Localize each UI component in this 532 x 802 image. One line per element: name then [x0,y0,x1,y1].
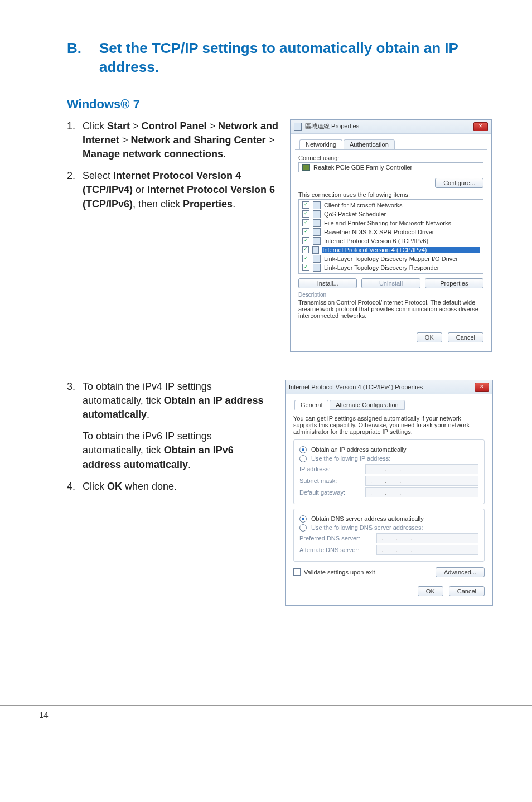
section-letter: B. [67,39,81,77]
checkbox-icon[interactable]: ✓ [302,264,309,271]
steps-col-1: 1. Click Start > Control Panel > Network… [67,119,279,219]
checkbox-icon[interactable]: ✓ [302,201,309,209]
radio-label: Obtain an IP address automatically [311,446,406,453]
step-body: To obtain the iPv4 IP settings automatic… [83,380,274,472]
list-item-selected: Internet Protocol Version 4 (TCP/IPv4) [322,247,480,253]
checkbox-icon[interactable]: ✓ [302,237,309,244]
list-item: Link-Layer Topology Discovery Mapper I/O… [324,255,458,262]
gateway-label: Default gateway: [299,489,361,496]
adns-field: . . . [376,545,478,555]
window-icon [294,123,302,131]
tab-general[interactable]: General [294,400,328,410]
component-icon [313,255,321,263]
component-icon [313,237,321,245]
checkbox-icon[interactable]: ✓ [302,210,309,218]
configure-button[interactable]: Configure... [435,178,483,188]
network-card-icon [302,164,310,171]
radio-label: Use the following IP address: [311,455,390,462]
section-title: Set the TCP/IP settings to automatically… [99,39,493,77]
tab-alternate-config[interactable]: Alternate Configuration [330,400,405,410]
ok-button[interactable]: OK [418,586,443,596]
adapter-field: Realtek PCIe GBE Family Controller [298,162,483,172]
component-icon [313,201,321,209]
step-body: Select Internet Protocol Version 4 (TCP/… [83,169,279,211]
list-item: QoS Packet Scheduler [324,211,386,218]
mask-field: . . . [365,476,478,486]
checkbox-icon[interactable]: ✓ [302,228,309,235]
close-icon[interactable]: ✕ [473,122,488,131]
properties-button[interactable]: Properties [425,278,483,288]
close-icon[interactable]: ✕ [475,383,489,392]
step-body: Click OK when done. [83,480,274,494]
step-number: 1. [67,119,77,162]
description-text: Transmission Control Protocol/Internet P… [298,299,483,319]
list-item: Client for Microsoft Networks [324,202,403,209]
dialog-title: 區域連線 Properties [305,122,359,131]
component-icon [313,228,321,236]
checkbox-icon[interactable]: ✓ [302,246,309,253]
ok-button[interactable]: OK [417,332,442,342]
step-number: 3. [67,380,77,472]
radio-label: Use the following DNS server addresses: [311,524,423,531]
checkbox-icon[interactable]: ✓ [302,255,309,262]
list-item: Rawether NDIS 6.X SPR Protocol Driver [324,229,434,235]
ip-label: IP address: [299,466,361,472]
install-button[interactable]: Install... [298,278,357,288]
component-icon [313,264,321,272]
steps-col-2: 3. To obtain the iPv4 IP settings automa… [67,380,274,501]
connect-using-label: Connect using: [298,154,483,161]
advanced-button[interactable]: Advanced... [436,567,485,577]
radio-use-dns[interactable] [299,524,307,532]
ip-field: . . . [365,464,478,474]
step-number: 2. [67,169,77,211]
uses-items-label: This connection uses the following items… [298,191,483,198]
radio-label: Obtain DNS server address automatically [311,515,424,522]
ipv4-properties-dialog: Internet Protocol Version 4 (TCP/IPv4) P… [285,380,493,606]
subsection-heading: Windows® 7 [67,97,493,112]
pdns-label: Preferred DNS server: [299,535,372,542]
component-icon [313,210,321,218]
page-number: 14 [39,710,49,719]
cancel-button[interactable]: Cancel [449,586,485,596]
section-heading: B. Set the TCP/IP settings to automatica… [67,39,493,77]
network-properties-dialog: 區域連線 Properties ✕ NetworkingAuthenticati… [290,119,492,352]
radio-use-ip[interactable] [299,455,307,462]
cancel-button[interactable]: Cancel [448,332,483,342]
tab-authentication[interactable]: Authentication [344,139,395,149]
list-item: Link-Layer Topology Discovery Responder [324,264,439,271]
components-listbox[interactable]: ✓Client for Microsoft Networks ✓QoS Pack… [298,199,483,274]
adns-label: Alternate DNS server: [299,547,372,553]
component-icon [313,219,321,227]
tab-networking[interactable]: Networking [299,139,342,149]
adapter-name: Realtek PCIe GBE Family Controller [313,164,412,171]
intro-text: You can get IP settings assigned automat… [293,415,485,435]
list-item: Internet Protocol Version 6 (TCP/IPv6) [324,238,428,244]
component-icon [312,246,320,254]
list-item: File and Printer Sharing for Microsoft N… [324,220,451,226]
checkbox-icon[interactable]: ✓ [302,219,309,226]
radio-obtain-dns-auto[interactable] [299,515,307,523]
gateway-field: . . . [365,487,478,497]
pdns-field: . . . [376,533,478,543]
uninstall-button[interactable]: Uninstall [361,278,420,288]
validate-label: Validate settings upon exit [304,569,375,576]
validate-checkbox[interactable]: ✓ [293,568,301,576]
mask-label: Subnet mask: [299,477,361,484]
step-number: 4. [67,480,77,494]
step-body: Click Start > Control Panel > Network an… [83,119,279,162]
dialog-title: Internet Protocol Version 4 (TCP/IPv4) P… [289,384,423,390]
radio-obtain-ip-auto[interactable] [299,446,307,453]
description-label: Description [298,292,483,298]
